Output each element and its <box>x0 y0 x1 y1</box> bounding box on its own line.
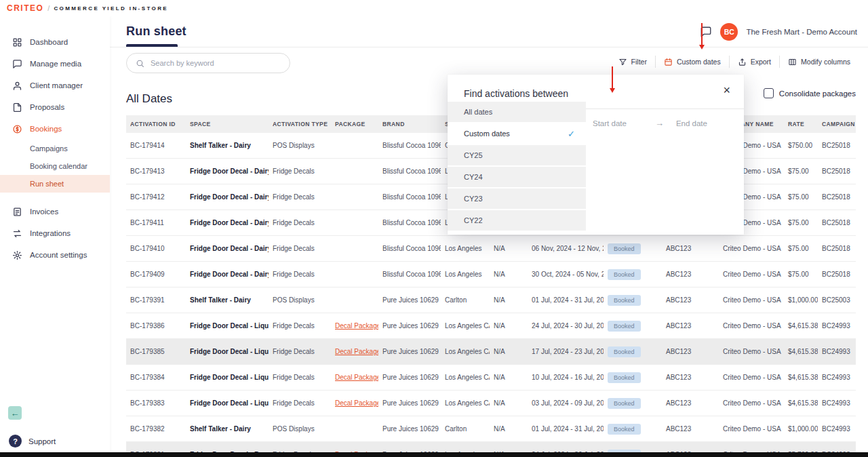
package-link[interactable]: Decal Package <box>335 399 378 407</box>
support[interactable]: ? Support <box>9 435 56 448</box>
sidebar-item-campaigns[interactable]: Campaigns <box>0 140 110 157</box>
table-row[interactable]: BC-179382 Shelf Talker - Dairy POS Displ… <box>126 416 856 442</box>
date-range-option[interactable]: All dates✓ <box>448 102 586 122</box>
table-row[interactable]: BC-179385 Fridge Door Decal - Liquor Fri… <box>126 339 856 365</box>
cell-suburb: Los Angeles <box>441 271 490 278</box>
modify-columns-button[interactable]: Modify columns <box>779 56 859 68</box>
status-badge: Booked <box>608 269 641 280</box>
consolidate-label: Consolidate packages <box>779 90 856 98</box>
sidebar-item-client-manager[interactable]: Client manager <box>0 75 110 96</box>
export-label: Export <box>751 58 771 66</box>
cell-rate: $75.00 <box>784 193 818 201</box>
package-link[interactable]: Decal Package <box>335 348 378 355</box>
cell-rate: $4,615.38 <box>784 322 818 330</box>
cell-company-name: Criteo Demo - USA <box>719 322 784 330</box>
end-date-input[interactable]: End date <box>676 119 707 127</box>
date-range-inputs: Start date → End date <box>586 108 744 235</box>
sidebar-nav: Dashboard Manage media Client manager Pr… <box>0 16 110 266</box>
date-range-option[interactable]: CY25✓ <box>448 145 586 165</box>
package-link[interactable]: Decal Package <box>335 322 378 330</box>
receipt-icon <box>12 206 22 217</box>
cell-campaign-id: BC24993 <box>818 374 856 381</box>
start-date-input[interactable]: Start date <box>593 119 627 127</box>
gear-icon <box>12 250 22 260</box>
date-range-popup: Find activations between × All dates✓Cus… <box>448 75 744 235</box>
avatar[interactable]: BC <box>720 23 738 41</box>
date-range-option[interactable]: CY24✓ <box>448 167 586 187</box>
cell-activation-type: Fridge Decals <box>269 374 331 381</box>
cell-state: N/A <box>490 245 528 252</box>
table-row[interactable]: BC-179409 Fridge Door Decal - Dairy Frid… <box>126 262 856 287</box>
cell-suburb: Carlton <box>441 425 490 433</box>
consolidate-packages[interactable]: Consolidate packages <box>764 88 856 98</box>
column-header: ACTIVATION ID <box>126 121 186 127</box>
table-row[interactable]: BC-179383 Fridge Door Decal - Liquor Fri… <box>126 391 856 416</box>
cell-activation-id: BC-179414 <box>126 142 186 149</box>
sidebar-item-booking-calendar[interactable]: Booking calendar <box>0 157 110 175</box>
sidebar-item-dashboard[interactable]: Dashboard <box>0 31 110 53</box>
search-input[interactable]: Search by keyword <box>126 53 290 73</box>
table-row[interactable]: BC-179384 Fridge Door Decal - Liquor Fri… <box>126 365 856 391</box>
cell-company-name: Criteo Demo - USA <box>719 245 784 252</box>
custom-dates-button[interactable]: Custom dates <box>655 56 729 68</box>
sidebar-item-proposals[interactable]: Proposals <box>0 96 110 118</box>
sidebar-collapse-button[interactable]: ← <box>8 406 22 420</box>
cell-po-number: ABC123 <box>662 296 719 304</box>
column-header: CAMPAIGN ID <box>818 121 856 127</box>
header-right: BC The Fresh Mart - Demo Account <box>700 16 857 47</box>
cell-brand: Pure Juices 10629 <box>378 425 441 433</box>
cell-dates: 24 Jul, 2024 - 30 Jul, 2024 <box>528 322 604 330</box>
sidebar-item-account-settings[interactable]: Account settings <box>0 244 110 266</box>
cell-state: N/A <box>490 374 528 381</box>
export-button[interactable]: Export <box>729 56 779 68</box>
status-badge: Booked <box>608 243 641 254</box>
table-row[interactable]: BC-179410 Fridge Door Decal - Dairy Frid… <box>126 236 856 262</box>
cell-space: Fridge Door Decal - Liquor <box>186 322 269 330</box>
sidebar-item-integrations[interactable]: Integrations <box>0 222 110 244</box>
date-range-option[interactable]: CY23✓ <box>448 188 586 209</box>
consolidate-checkbox[interactable] <box>764 88 774 98</box>
cell-campaign-id: BC25018 <box>818 219 856 226</box>
cell-state: N/A <box>490 296 528 304</box>
cell-suburb: Los Angeles CA <box>441 348 490 355</box>
table-row[interactable]: BC-179391 Shelf Talker - Dairy POS Displ… <box>126 287 856 313</box>
status-badge: Booked <box>608 295 641 306</box>
person-icon <box>12 80 22 91</box>
cell-status: Booked <box>604 269 662 280</box>
cell-space: Fridge Door Decal - Dairy <box>186 193 269 201</box>
dollar-circle-icon <box>12 123 22 134</box>
date-range-option[interactable]: CY22✓ <box>448 210 586 231</box>
table-row[interactable]: BC-179386 Fridge Door Decal - Liquor Fri… <box>126 313 856 339</box>
cell-rate: $75.00 <box>784 219 818 226</box>
package-link[interactable]: Decal Package <box>335 374 378 381</box>
cell-campaign-id: BC24993 <box>818 322 856 330</box>
close-icon[interactable]: × <box>723 84 730 96</box>
cell-brand: Blissful Cocoa 10964 <box>378 142 441 149</box>
status-badge: Booked <box>608 346 641 357</box>
cell-space: Fridge Door Decal - Liquor <box>186 348 269 355</box>
cell-rate: $4,615.38 <box>784 348 818 355</box>
sidebar-item-manage-media[interactable]: Manage media <box>0 53 110 75</box>
cell-package: Decal Package <box>331 399 378 407</box>
cell-state: N/A <box>490 425 528 433</box>
cell-space: Fridge Door Decal - Dairy <box>186 245 269 252</box>
cell-state: N/A <box>490 271 528 278</box>
cell-activation-id: BC-179413 <box>126 167 186 175</box>
dashboard-icon <box>12 37 22 47</box>
cell-campaign-id: BC25018 <box>818 167 856 175</box>
sidebar-item-label: Account settings <box>30 251 87 259</box>
sidebar-item-invoices[interactable]: Invoices <box>0 201 110 222</box>
cell-suburb: Los Angeles CA <box>441 322 490 330</box>
sidebar-item-run-sheet[interactable]: Run sheet <box>0 175 110 193</box>
columns-icon <box>788 58 797 66</box>
cell-activation-type: Fridge Decals <box>269 322 331 330</box>
filter-button[interactable]: Filter <box>610 56 655 68</box>
cell-space: Fridge Door Decal - Dairy <box>186 167 269 175</box>
date-range-option[interactable]: Custom dates✓ <box>448 123 586 144</box>
cell-dates: 03 Jul, 2024 - 09 Jul, 2024 <box>528 399 604 407</box>
cell-po-number: ABC123 <box>662 348 719 355</box>
sidebar-item-bookings[interactable]: Bookings <box>0 118 110 140</box>
cell-status: Booked <box>604 398 662 409</box>
cell-space: Fridge Door Decal - Liquor <box>186 374 269 381</box>
cell-company-name: Criteo Demo - USA <box>719 271 784 278</box>
